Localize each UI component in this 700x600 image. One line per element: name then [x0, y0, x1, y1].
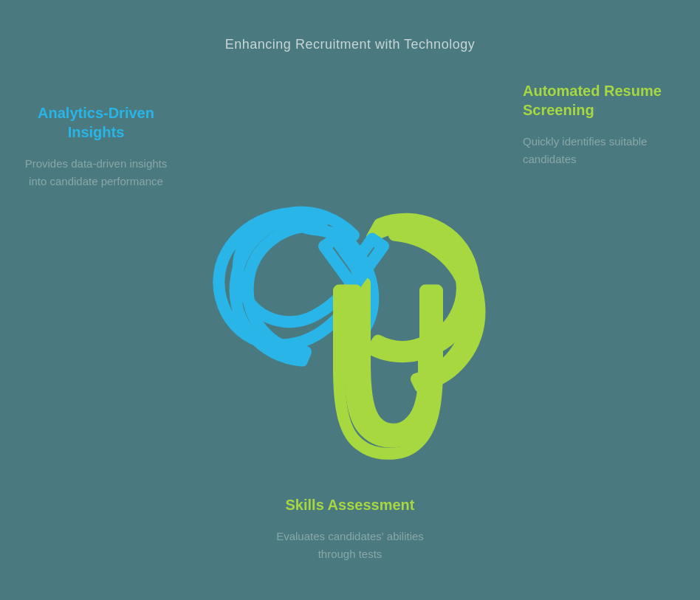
page-title: Enhancing Recruitment with Technology	[0, 37, 700, 52]
analytics-desc: Provides data-driven insights into candi…	[22, 155, 170, 190]
logo-svg	[210, 168, 490, 478]
center-logo	[210, 168, 490, 478]
bottom-panel: Skills Assessment Evaluates candidates' …	[269, 495, 431, 563]
content-area: Analytics-Driven Insights Provides data-…	[0, 59, 700, 600]
skills-desc: Evaluates candidates' abilities through …	[269, 528, 431, 563]
skills-title: Skills Assessment	[269, 495, 431, 514]
analytics-title: Analytics-Driven Insights	[22, 103, 170, 142]
resume-title: Automated Resume Screening	[523, 81, 678, 120]
left-panel: Analytics-Driven Insights Provides data-…	[22, 103, 170, 190]
right-panel: Automated Resume Screening Quickly ident…	[523, 81, 678, 168]
resume-desc: Quickly identifies suitable candidates	[523, 133, 678, 168]
